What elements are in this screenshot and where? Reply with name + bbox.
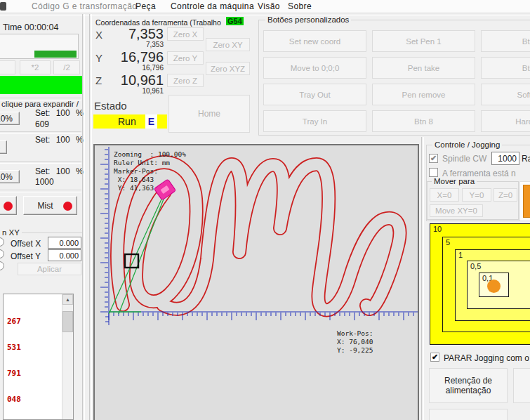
separator [0, 131, 81, 134]
custom-btn-set-pen-1[interactable]: Set Pen 1 [372, 30, 475, 52]
axis-z-subvalue: 10,961 [119, 87, 164, 95]
zero-xyz-button[interactable]: Zero XYZ [206, 62, 250, 75]
axis-z-value: 10,961 [119, 72, 164, 88]
custom-btn-pen-take[interactable]: Pen take [372, 57, 475, 79]
menu-sobre[interactable]: Sobre [288, 1, 312, 11]
custom-btn-move-000[interactable]: Move to 0;0;0 [263, 57, 366, 79]
wcs-badge: G54 [226, 17, 244, 25]
speed-stub-button[interactable] [0, 60, 15, 74]
spindle-set-label: Set: 100 % [35, 166, 84, 176]
estop-flag: E [145, 114, 157, 129]
stop-jogging-label: PARAR Jogging com o m [444, 353, 530, 363]
menu-gcode[interactable]: Código G e transformação [32, 1, 137, 11]
mover-group-title: Mover para [432, 177, 477, 185]
stop-jogging-checkbox[interactable]: ✔ [430, 353, 439, 362]
feed-value: 609 [35, 119, 49, 129]
mist-status-icon [63, 202, 72, 211]
custom-btn-6[interactable]: Btn [481, 57, 530, 79]
jog-pad[interactable]: 10 5 1 0,5 0,1 [430, 223, 530, 346]
apply-offset-button[interactable]: Aplicar [18, 263, 81, 275]
move-y0-button[interactable]: Y=0 [462, 188, 491, 202]
flood-button[interactable] [0, 196, 17, 215]
rapid-10pct-button[interactable]: 10% [0, 140, 7, 154]
offset-group-title: n XY [0, 228, 22, 237]
bottom-stub-button[interactable] [429, 409, 508, 420]
progress-track [0, 34, 79, 59]
slider-handle-orange[interactable] [523, 185, 530, 218]
rapid-label: Rap [522, 154, 530, 164]
mist-label: Mist [38, 201, 53, 211]
work-pos-title: Work-Pos: [337, 329, 373, 337]
axis-y-value: 16,796 [119, 49, 164, 65]
gcode-list[interactable]: 267 531 791 048 298 538 654 767 878 900 … [3, 294, 74, 420]
mist-button[interactable]: Mist [23, 196, 77, 215]
spindle-10pct-button[interactable]: 10% [0, 170, 20, 183]
tool-checkbox[interactable] [429, 168, 438, 177]
feed-10pct-button[interactable]: 10% [0, 112, 20, 125]
jog-step-label: 10 [433, 225, 442, 233]
splitter-left[interactable] [82, 14, 85, 420]
gcode-scrollbar[interactable]: ▲ [62, 294, 73, 419]
scroll-thumb[interactable] [62, 311, 73, 332]
spindle-speed-input[interactable]: 1000 [491, 152, 519, 165]
home-button[interactable]: Home [168, 95, 250, 133]
offset-y-input[interactable]: 0.000 [48, 249, 81, 261]
zoom-level-text: Zooming : 100,00% [114, 150, 186, 158]
move-xy0-button[interactable]: Move XY=0 [430, 204, 483, 217]
coordinates-panel: Coordenadas da ferramenta (Trabalho G54 … [91, 14, 254, 138]
status-bar-green [0, 76, 83, 94]
estado-label: Estado [94, 100, 127, 112]
custom-btn-pen-remove[interactable]: Pen remove [372, 84, 475, 105]
times2-button[interactable]: *2 [20, 60, 51, 74]
jog-position-dot[interactable] [487, 280, 501, 293]
jog-step-label: 5 [446, 238, 450, 247]
run-time-label: Time 00:00:04 [3, 22, 58, 32]
custom-btn-3[interactable]: Btn [481, 30, 530, 52]
offset-x-label: Offset X [11, 239, 41, 249]
menu-controle[interactable]: Controle da máquina [171, 1, 254, 11]
zero-y-button[interactable]: Zero Y [167, 51, 204, 65]
separator [0, 161, 81, 164]
jog-step-label: 0,5 [470, 262, 481, 270]
menu-peca[interactable]: Peça [135, 1, 156, 11]
feed-hold-button[interactable]: Retenção de alimentação [429, 368, 508, 403]
scroll-up-button[interactable]: ▲ [62, 294, 73, 305]
custom-btn-hard-reset[interactable]: Hard R [481, 110, 530, 132]
toolpath-canvas[interactable]: Zooming : 100,00% Ruler Unit: mm Marker-… [95, 145, 418, 420]
progress-bar-green [34, 51, 77, 58]
jog-group-title: Controle / Jogging [432, 140, 502, 149]
zero-x-button[interactable]: Zero X [167, 27, 204, 41]
move-z0-button[interactable]: Z=0 [493, 188, 517, 202]
custom-buttons-title: Botões personalizados [265, 15, 351, 24]
work-pos-x: X: 76,040 [337, 338, 373, 346]
custom-btn-soft-reset[interactable]: Soft R [481, 84, 530, 105]
rapid-set-label: Set: 100 % [35, 135, 84, 145]
marker-pos-title: Marker-Pos: [114, 167, 158, 175]
jog-step-label: 1 [458, 251, 463, 259]
custom-btn-set-new-coord[interactable]: Set new coord [263, 30, 366, 52]
axis-x-value: 7,353 [119, 26, 164, 42]
toolpath-viewport[interactable]: Zooming : 100,00% Ruler Unit: mm Marker-… [93, 144, 419, 420]
left-panel: Time 00:00:04 *2 /2 clique para expandir… [0, 14, 83, 420]
custom-btn-8[interactable]: Btn 8 [372, 110, 475, 132]
axis-z-label: Z [95, 74, 102, 86]
flood-status-icon [4, 202, 13, 211]
zero-xy-button[interactable]: Zero XY [206, 38, 250, 51]
expand-hint[interactable]: clique para expandir / [1, 100, 79, 108]
splitter-right [421, 137, 424, 420]
spindle-cw-checkbox[interactable]: ✔ [429, 154, 438, 163]
right-stub-button[interactable] [513, 368, 530, 403]
offset-x-input[interactable]: 0.000 [48, 237, 81, 249]
axis-x-label: X [95, 29, 102, 41]
div2-button[interactable]: /2 [53, 60, 80, 74]
axis-y-label: Y [95, 52, 102, 64]
menu-visao[interactable]: Visão [258, 1, 280, 11]
separator [0, 190, 81, 192]
custom-btn-tray-in[interactable]: Tray In [263, 110, 366, 132]
custom-btn-tray-out[interactable]: Tray Out [263, 84, 366, 105]
move-x0-button[interactable]: X=0 [430, 188, 459, 202]
machine-state-value: Run [118, 116, 136, 127]
marker-pos-x: X: 18,643 [114, 176, 154, 183]
zero-z-button[interactable]: Zero Z [167, 74, 204, 87]
offset-y-label: Offset Y [11, 251, 41, 261]
